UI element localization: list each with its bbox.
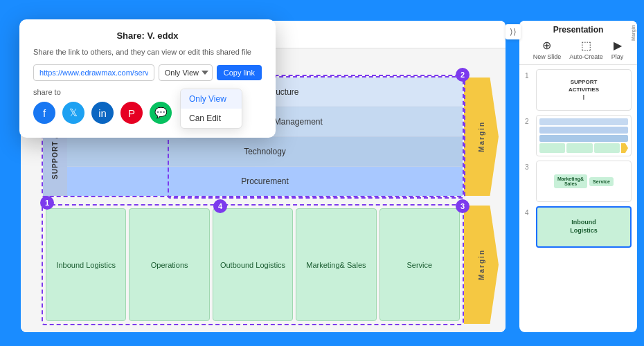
copy-link-button[interactable]: Copy link — [217, 65, 262, 80]
slide2-col-1 — [539, 143, 565, 153]
service-box[interactable]: Service — [379, 208, 460, 321]
slide-thumb-4[interactable]: InboundLogistics — [536, 206, 632, 248]
play-label: Play — [611, 53, 624, 60]
expand-panel-icon[interactable]: ⟩⟩ — [506, 24, 521, 39]
new-slide-label: New Slide — [533, 53, 562, 60]
slide-thumb-3[interactable]: Marketing&Sales Service — [536, 161, 632, 202]
badge-3: 3 — [456, 199, 469, 213]
slide4-inbound-box: InboundLogistics — [564, 215, 603, 239]
slide2-col-2 — [566, 143, 592, 153]
share-link-row: Only View Can Edit Copy link — [33, 64, 262, 81]
right-panel: Presentation ⊕ New Slide ⬚ Auto-Create ▶… — [519, 21, 637, 332]
share-dialog: Share: V. eddx Share the link to others,… — [19, 19, 276, 138]
slide2-bottom — [539, 143, 628, 153]
new-slide-icon: ⊕ — [542, 39, 551, 52]
right-panel-header: Presentation ⊕ New Slide ⬚ Auto-Create ▶… — [519, 21, 637, 65]
slide-item-3[interactable]: 3 Marketing&Sales Service — [525, 161, 632, 202]
slide-number-2: 2 — [525, 118, 532, 125]
slides-list: 1 SUPPORTACTIVITIES| 2 — [519, 65, 637, 332]
slide-item-4[interactable]: 4 InboundLogistics — [525, 206, 632, 248]
slide2-margin — [621, 143, 628, 153]
badge-1: 1 — [40, 196, 54, 210]
dropdown-can-edit[interactable]: Can Edit — [181, 109, 242, 128]
facebook-share-icon[interactable]: f — [33, 102, 55, 124]
auto-create-action[interactable]: ⬚ Auto-Create — [569, 39, 603, 60]
margin-support-label: Margin — [478, 121, 485, 152]
share-view-select[interactable]: Only View Can Edit — [159, 64, 213, 81]
play-icon: ▶ — [614, 39, 622, 52]
view-dropdown: Only View Can Edit — [180, 89, 242, 129]
primary-activities-section: Inbound Logistics Operations Outbound Lo… — [42, 204, 464, 325]
technology-row[interactable]: Technology — [67, 137, 463, 167]
dropdown-only-view[interactable]: Only View — [181, 89, 242, 109]
share-link-input[interactable] — [33, 64, 154, 81]
pinterest-share-icon[interactable]: P — [120, 102, 143, 124]
share-dialog-title: Share: V. eddx — [33, 30, 262, 41]
auto-create-icon: ⬚ — [581, 39, 591, 52]
operations-box[interactable]: Operations — [129, 208, 209, 321]
right-panel-actions: ⊕ New Slide ⬚ Auto-Create ▶ Play — [533, 39, 624, 60]
slide2-row-1 — [539, 118, 628, 125]
linkedin-share-icon[interactable]: in — [91, 102, 114, 124]
slide3-marketing-box: Marketing&Sales — [554, 174, 587, 188]
auto-create-label: Auto-Create — [569, 53, 603, 60]
slide3-service-box: Service — [589, 177, 614, 186]
slide-number-1: 1 — [525, 72, 532, 80]
margin-primary-label: Margin — [478, 249, 485, 280]
right-panel-title: Presentation — [553, 25, 604, 35]
twitter-share-icon[interactable]: 𝕏 — [62, 102, 84, 124]
slide1-content: SUPPORTACTIVITIES| — [537, 70, 631, 110]
slide3-content: Marketing&Sales Service — [537, 161, 631, 201]
badge-2: 2 — [456, 68, 469, 82]
share-description: Share the link to others, and they can v… — [33, 48, 262, 56]
slide2-col-3 — [594, 143, 620, 153]
slide-number-4: 4 — [525, 209, 532, 217]
slide2-row-2 — [539, 127, 628, 134]
marketing-sales-box[interactable]: Marketing& Sales — [296, 208, 376, 321]
slide-number-3: 3 — [525, 163, 532, 171]
slide2-row-3 — [539, 135, 628, 142]
slide-thumb-2[interactable]: Margin — [536, 115, 632, 156]
slide1-text: SUPPORTACTIVITIES| — [569, 79, 599, 100]
slide-item-1[interactable]: 1 SUPPORTACTIVITIES| — [525, 69, 632, 111]
outbound-logistics-box[interactable]: Outbound Logistics — [213, 208, 293, 321]
primary-activities: Inbound Logistics Operations Outbound Lo… — [43, 206, 463, 324]
wechat-share-icon[interactable]: 💬 — [150, 102, 172, 124]
badge-4: 4 — [213, 199, 227, 213]
procurement-row[interactable]: Procurement — [67, 167, 463, 196]
inbound-logistics-box[interactable]: Inbound Logistics — [46, 208, 126, 321]
slide4-content: InboundLogistics — [537, 208, 630, 246]
slide2-content — [537, 116, 631, 156]
play-action[interactable]: ▶ Play — [611, 39, 624, 60]
new-slide-action[interactable]: ⊕ New Slide — [533, 39, 562, 60]
slide-item-2[interactable]: 2 Margin — [525, 115, 632, 156]
slide-thumb-1[interactable]: SUPPORTACTIVITIES| — [536, 69, 632, 111]
